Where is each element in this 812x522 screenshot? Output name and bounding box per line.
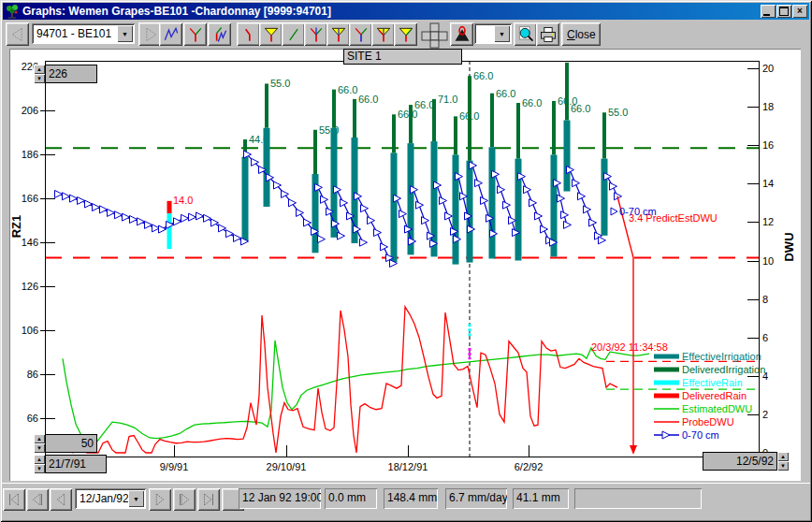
next-page-icon xyxy=(176,491,193,508)
svg-text:14: 14 xyxy=(762,178,774,189)
status-message xyxy=(574,488,702,509)
svg-text:106: 106 xyxy=(22,325,38,336)
home-button[interactable] xyxy=(450,22,473,46)
graph-estimated-button[interactable] xyxy=(282,22,305,46)
minimize-button[interactable] xyxy=(761,5,776,18)
print-button[interactable] xyxy=(536,22,559,46)
graph-y-blue-stem-button[interactable] xyxy=(349,22,372,46)
site-header-label: SITE 1 xyxy=(347,50,382,63)
titlebar: Graphs: Wemen Grapes-BE101 -Chardonnay [… xyxy=(3,3,809,20)
close-button[interactable]: Close xyxy=(561,22,601,46)
spin-up-icon[interactable]: ▲ xyxy=(34,434,45,443)
spin-up-icon[interactable]: ▲ xyxy=(34,455,45,464)
date-start-spin-arrows[interactable]: ▲▼ xyxy=(34,455,45,473)
first-day-button[interactable] xyxy=(3,488,25,511)
svg-text:16: 16 xyxy=(762,139,774,151)
current-date-combo[interactable]: 12/Jan/92 ▼ xyxy=(75,488,146,509)
zoom-combo[interactable]: ▼ xyxy=(474,23,512,44)
delivered-irrigation-bar xyxy=(602,112,606,158)
date-start-spinner[interactable]: ▲▼ 21/7/91 xyxy=(34,455,107,473)
svg-text:14.0: 14.0 xyxy=(173,195,193,206)
date-end-spin-arrows[interactable]: ▲▼ xyxy=(777,452,789,471)
magnifier-icon xyxy=(516,25,535,44)
close-window-button[interactable]: × xyxy=(792,5,807,18)
zoom-combo-arrow-icon[interactable]: ▼ xyxy=(494,25,510,42)
spin-up-icon[interactable]: ▲ xyxy=(777,452,789,461)
delivered-irrigation-bar xyxy=(265,83,268,127)
graph-combined-button[interactable] xyxy=(208,22,231,46)
spin-up-icon[interactable]: ▲ xyxy=(34,65,45,74)
svg-text:66.0: 66.0 xyxy=(473,70,493,81)
next-day-button[interactable] xyxy=(149,488,171,511)
graph-irrigation-button[interactable] xyxy=(183,22,207,46)
site-combo[interactable]: 94701 - BE101 ▼ xyxy=(32,23,135,44)
prev-day-button[interactable] xyxy=(50,488,72,511)
app-icon xyxy=(5,4,20,19)
svg-text:18: 18 xyxy=(762,101,774,112)
svg-text:EstimatedDWU: EstimatedDWU xyxy=(682,403,752,414)
effective-irrigation-bar xyxy=(489,147,496,258)
svg-text:66.0: 66.0 xyxy=(571,103,590,114)
spin-down-icon[interactable]: ▼ xyxy=(34,443,45,453)
pan-pad-icon xyxy=(420,22,448,49)
chart-panel[interactable]: 44.055.055.066.066.066.066.071.066.066.0… xyxy=(9,49,801,481)
graph-rain-button[interactable] xyxy=(237,22,260,46)
graph-funnel-blue-button[interactable] xyxy=(326,22,350,46)
chart-legend: EffectiveIrrigationDeliveredIrrigationEf… xyxy=(654,351,765,441)
site-combo-arrow-icon[interactable]: ▼ xyxy=(117,25,133,42)
rz1-max-spin-arrows[interactable]: ▲▼ xyxy=(34,65,45,83)
svg-text:126: 126 xyxy=(22,281,38,292)
svg-text:66.0: 66.0 xyxy=(398,109,417,120)
soil-series xyxy=(55,151,622,267)
rz1-min-spinner[interactable]: ▲▼ 50 xyxy=(34,434,97,453)
maximize-button[interactable] xyxy=(776,5,791,18)
spin-down-icon[interactable]: ▼ xyxy=(34,74,45,83)
date-end-spinner[interactable]: 12/5/92 ▲▼ xyxy=(703,452,789,471)
rz1-min-spin-arrows[interactable]: ▲▼ xyxy=(34,434,45,453)
svg-text:RZ1: RZ1 xyxy=(9,215,23,239)
triangle-left-icon xyxy=(8,25,27,44)
svg-text:DWU: DWU xyxy=(782,232,796,261)
graph-soil-line-button[interactable] xyxy=(159,22,182,46)
graph-y-rgb-button[interactable] xyxy=(304,22,327,46)
last-day-button[interactable] xyxy=(197,488,220,511)
date-start-value[interactable]: 21/7/91 xyxy=(45,455,107,473)
rz1-max-value[interactable]: 226 xyxy=(45,65,97,83)
graph-funnel-button[interactable] xyxy=(259,22,283,46)
graph-funnel-multi-button[interactable] xyxy=(371,22,395,46)
effective-irrigation-bar xyxy=(242,157,249,241)
next-page-button[interactable] xyxy=(173,488,196,511)
funnel-blue-icon xyxy=(329,25,348,44)
close-icon: × xyxy=(797,7,803,16)
window-controls: × xyxy=(761,5,807,18)
chart-canvas[interactable]: 44.055.055.066.066.066.066.071.066.066.0… xyxy=(9,49,801,481)
svg-text:66.0: 66.0 xyxy=(496,88,515,99)
svg-text:186: 186 xyxy=(22,149,38,160)
svg-text:4: 4 xyxy=(762,370,768,382)
irrigation-bars: 44.055.055.066.066.066.066.071.066.066.0… xyxy=(242,63,629,265)
graph-funnel-green-button[interactable] xyxy=(394,22,417,46)
minimize-icon xyxy=(763,14,770,16)
current-date-arrow-icon[interactable]: ▼ xyxy=(128,490,144,507)
prev-page-button[interactable] xyxy=(26,488,49,511)
svg-text:9/9/91: 9/9/91 xyxy=(160,461,189,472)
delivered-irrigation-bar xyxy=(468,76,471,160)
effective-irrigation-bar xyxy=(264,128,270,207)
spin-down-icon[interactable]: ▼ xyxy=(777,461,789,471)
svg-text:EffectiveIrrigation: EffectiveIrrigation xyxy=(682,351,761,362)
rz1-min-value[interactable]: 50 xyxy=(45,434,97,453)
yellow-funnel-icon xyxy=(262,25,281,44)
effective-irrigation-bar xyxy=(453,154,459,264)
zoom-button[interactable] xyxy=(514,22,537,46)
date-end-value[interactable]: 12/5/92 xyxy=(703,452,777,471)
prev-page-icon xyxy=(29,491,46,508)
delivered-irrigation-bar xyxy=(490,94,494,148)
maximize-icon xyxy=(779,7,789,16)
pan-pad-button[interactable] xyxy=(420,21,448,47)
scroll-left-button[interactable] xyxy=(6,22,29,46)
current-date-value: 12/Jan/92 xyxy=(75,492,128,505)
spin-down-icon[interactable]: ▼ xyxy=(34,464,45,473)
svg-text:6/2/92: 6/2/92 xyxy=(515,461,544,472)
status-rate: 6.7 mm/day xyxy=(445,488,507,509)
rz1-max-spinner[interactable]: ▲▼ 226 xyxy=(34,65,97,83)
